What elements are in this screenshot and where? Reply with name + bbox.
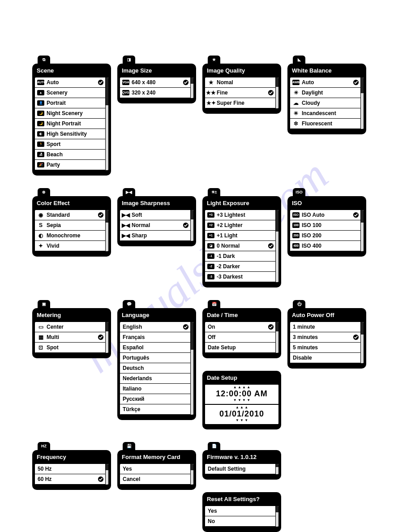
list-item[interactable]: English (120, 322, 193, 332)
list-item[interactable]: 60 Hz (35, 474, 108, 485)
list-item[interactable]: Italiano (120, 384, 193, 394)
row-label: Français (123, 334, 189, 340)
scrollbar[interactable] (275, 322, 278, 353)
scrollbar[interactable] (360, 77, 364, 129)
list-item[interactable]: ◉Standard (35, 210, 108, 220)
scrollbar[interactable] (275, 506, 278, 527)
list-item[interactable]: -3-3 Darkest (205, 272, 278, 282)
list-item[interactable]: 50 Hz (35, 464, 108, 474)
list-item[interactable]: +1+1 Light (205, 231, 278, 241)
row-label: Scenery (47, 90, 104, 96)
title-image-quality: Image Quality (204, 65, 279, 77)
list-item[interactable]: 1 minute (290, 322, 364, 332)
list-item[interactable]: ✦Vivid (35, 241, 108, 251)
scrollbar[interactable] (190, 77, 193, 98)
list-reset-all: YesNo (204, 505, 279, 528)
list-item[interactable]: SSepia (35, 220, 108, 231)
list-item[interactable]: Off (205, 332, 278, 343)
scrollbar[interactable] (105, 210, 108, 251)
tab-icon-firmware: 📄 (208, 442, 220, 450)
list-item[interactable]: VGA640 x 480 (120, 77, 193, 88)
list-item[interactable]: +3+3 Lightest (205, 210, 278, 220)
scrollbar[interactable] (275, 464, 278, 474)
list-item[interactable]: Yes (205, 506, 278, 516)
list-item[interactable]: 🎉Party (35, 160, 108, 170)
list-item[interactable]: 🌙Night Scenery (35, 108, 108, 119)
scrollbar[interactable] (360, 322, 364, 363)
row-label: Date Setup (208, 344, 274, 351)
list-item[interactable]: Français (120, 332, 193, 343)
list-item[interactable]: ☁Cloudy (290, 98, 364, 108)
scrollbar[interactable] (190, 210, 193, 241)
list-item[interactable]: 3 minutes (290, 332, 364, 343)
arrows-up-icon[interactable]: ▲ ▲ ▲ (235, 406, 248, 409)
row-label: Italiano (123, 386, 189, 392)
list-item[interactable]: ISOISO Auto (290, 210, 364, 220)
time-block[interactable]: ▲ ▲ ▲ ▲ 12:00:00 AM ▼ ▼ ▼ ▼ (205, 385, 278, 405)
list-item[interactable]: No (205, 516, 278, 527)
scrollbar[interactable] (105, 322, 108, 353)
date-block[interactable]: ▲ ▲ ▲ 01/01/2010 ▼ ▼ ▼ (205, 405, 278, 424)
scrollbar[interactable] (105, 464, 108, 485)
scrollbar[interactable] (190, 464, 193, 485)
arrows-down-icon[interactable]: ▼ ▼ ▼ (235, 419, 248, 422)
list-item[interactable]: ◐Monochrome (35, 231, 108, 241)
list-item[interactable]: 🏖Beach (35, 150, 108, 160)
list-item[interactable]: ★★Fine (205, 88, 278, 98)
list-item[interactable]: ★✦Super Fine (205, 98, 278, 108)
list-item[interactable]: Disable (290, 353, 364, 363)
row-label: Deutsch (123, 365, 189, 371)
list-item[interactable]: ▲Scenery (35, 88, 108, 98)
row-label: Türkçe (123, 406, 189, 412)
list-item[interactable]: 5 minutes (290, 343, 364, 353)
list-item[interactable]: ▦Multi (35, 332, 108, 343)
list-item[interactable]: 200ISO 200 (290, 231, 364, 241)
list-color-effect: ◉StandardSSepia◐Monochrome✦Vivid (34, 209, 109, 252)
list-item[interactable]: Deutsch (120, 363, 193, 373)
list-item[interactable]: Español (120, 343, 193, 353)
scrollbar[interactable] (105, 77, 108, 170)
scrollbar[interactable] (275, 210, 278, 282)
list-item[interactable]: Yes (120, 464, 193, 474)
list-item[interactable]: +2+2 Lighter (205, 220, 278, 231)
list-item[interactable]: AUTOAuto (35, 77, 108, 88)
arrows-up-icon[interactable]: ▲ ▲ ▲ ▲ (233, 386, 250, 389)
list-item[interactable]: ☀Daylight (290, 88, 364, 98)
list-item[interactable]: Date Setup (205, 343, 278, 353)
list-item[interactable]: QVGA320 x 240 (120, 88, 193, 98)
row-icon: 400 (292, 243, 300, 249)
list-item[interactable]: -1-1 Dark (205, 251, 278, 262)
list-item[interactable]: ✳Incandescent (290, 108, 364, 119)
list-item[interactable]: ▶◀Normal (120, 220, 193, 231)
list-item[interactable]: 400ISO 400 (290, 241, 364, 251)
list-item[interactable]: 100ISO 100 (290, 220, 364, 231)
list-item[interactable]: ◐High Sensitivity (35, 129, 108, 139)
list-item[interactable]: ▶◀Soft (120, 210, 193, 220)
list-item[interactable]: ◪0 Normal (205, 241, 278, 251)
row-label: Beach (47, 151, 104, 158)
list-item[interactable]: ★Nomal (205, 77, 278, 88)
row-label: Русский (123, 396, 189, 402)
list-item[interactable]: -2-2 Darker (205, 262, 278, 272)
arrows-down-icon[interactable]: ▼ ▼ ▼ ▼ (233, 399, 250, 402)
list-item[interactable]: AWBAuto (290, 77, 364, 88)
list-item[interactable]: ▭Center (35, 322, 108, 332)
scrollbar[interactable] (275, 77, 278, 108)
list-item[interactable]: Nederlands (120, 373, 193, 384)
list-item[interactable]: 🏃Sport (35, 139, 108, 150)
list-item[interactable]: Cancel (120, 474, 193, 485)
list-item[interactable]: Default Setting (205, 464, 278, 474)
scrollbar[interactable] (360, 210, 364, 251)
list-item[interactable]: On (205, 322, 278, 332)
list-item[interactable]: ▶◀Sharp (120, 231, 193, 241)
list-item[interactable]: 🌙Night Portrait (35, 119, 108, 129)
scrollbar[interactable] (190, 322, 193, 415)
row-label: Español (123, 344, 189, 351)
list-item[interactable]: Русский (120, 394, 193, 404)
list-item[interactable]: ⊡Spot (35, 343, 108, 353)
list-item[interactable]: ✲Fluorescent (290, 119, 364, 129)
list-item[interactable]: Português (120, 353, 193, 363)
list-item[interactable]: Türkçe (120, 404, 193, 415)
row-icon: QVGA (122, 90, 130, 96)
list-item[interactable]: 👤Portrait (35, 98, 108, 108)
